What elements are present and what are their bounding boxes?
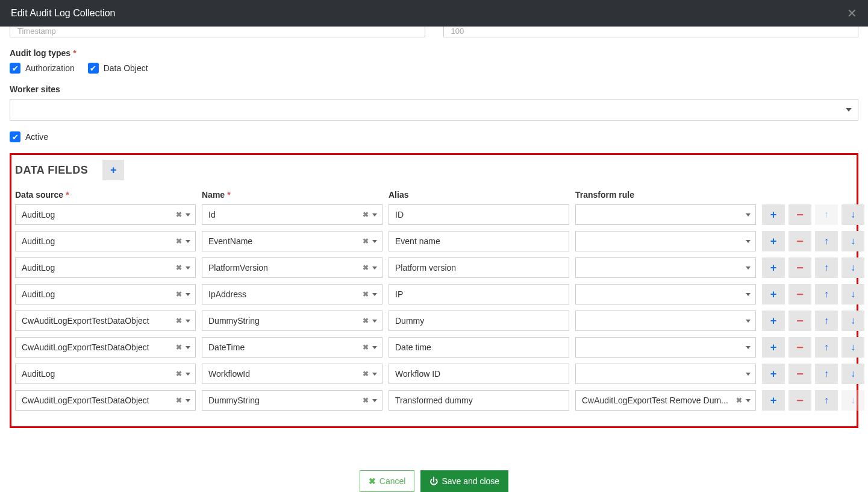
add-row-button[interactable]: + [762,337,785,358]
clear-icon[interactable]: ✖ [176,237,182,245]
move-down-button[interactable]: ↓ [841,257,864,278]
data-object-checkbox[interactable]: Data Object [88,63,148,74]
transform-select[interactable] [575,364,756,384]
name-select[interactable]: PlatformVersion✖ [202,257,382,278]
clear-icon[interactable]: ✖ [176,263,182,272]
alias-input[interactable]: Date time [389,337,569,358]
clear-icon[interactable]: ✖ [176,343,182,352]
add-row-button[interactable]: + [762,284,785,304]
clear-icon[interactable]: ✖ [363,343,369,352]
remove-row-button[interactable]: − [788,284,811,304]
add-row-button[interactable]: + [762,204,785,225]
move-up-button[interactable]: ↑ [815,284,838,304]
move-up-button[interactable]: ↑ [815,311,838,331]
data-source-select[interactable]: AuditLog✖ [15,204,196,225]
chevron-down-icon[interactable] [372,399,377,402]
transform-select[interactable] [575,284,756,304]
data-source-select[interactable]: AuditLog✖ [15,364,196,384]
transform-select[interactable]: CwAuditLogExportTest Remove Dum...✖ [575,390,756,411]
name-select[interactable]: DateTime✖ [202,337,382,358]
alias-input[interactable]: Dummy [389,311,569,331]
move-up-button[interactable]: ↑ [815,364,838,384]
chevron-down-icon[interactable] [186,213,190,216]
clear-icon[interactable]: ✖ [363,290,369,298]
chevron-down-icon[interactable] [372,293,377,296]
alias-input[interactable]: Transformed dummy [389,390,569,411]
name-select[interactable]: Id✖ [202,204,382,225]
move-up-button[interactable]: ↑ [815,257,838,278]
chevron-down-icon[interactable] [186,373,190,376]
move-down-button[interactable]: ↓ [841,231,864,251]
data-source-select[interactable]: AuditLog✖ [15,257,196,278]
alias-input[interactable]: IP [389,284,569,304]
move-down-button[interactable]: ↓ [841,337,864,358]
chevron-down-icon[interactable] [746,266,751,270]
add-field-button[interactable]: + [102,160,124,180]
clear-icon[interactable]: ✖ [363,396,369,405]
clear-icon[interactable]: ✖ [176,290,182,298]
name-select[interactable]: EventName✖ [202,231,382,251]
close-icon[interactable]: ✕ [847,7,857,19]
chevron-down-icon[interactable] [186,266,190,270]
clear-icon[interactable]: ✖ [736,396,742,405]
remove-row-button[interactable]: − [788,390,811,411]
alias-input[interactable]: Platform version [389,257,569,278]
chevron-down-icon[interactable] [186,240,190,243]
chevron-down-icon[interactable] [746,373,751,376]
name-select[interactable]: DummyString✖ [202,390,382,411]
chevron-down-icon[interactable] [186,346,190,349]
clear-icon[interactable]: ✖ [363,263,369,272]
chevron-down-icon[interactable] [746,293,751,296]
name-select[interactable]: DummyString✖ [202,311,382,331]
clear-icon[interactable]: ✖ [363,210,369,219]
timestamp-field-cut[interactable]: Timestamp [10,27,425,37]
remove-row-button[interactable]: − [788,257,811,278]
add-row-button[interactable]: + [762,311,785,331]
chevron-down-icon[interactable] [372,266,377,270]
chevron-down-icon[interactable] [746,240,751,243]
transform-select[interactable] [575,337,756,358]
remove-row-button[interactable]: − [788,204,811,225]
alias-input[interactable]: Workflow ID [389,364,569,384]
chevron-down-icon[interactable] [186,399,190,402]
chevron-down-icon[interactable] [746,320,751,323]
remove-row-button[interactable]: − [788,311,811,331]
transform-select[interactable] [575,257,756,278]
remove-row-button[interactable]: − [788,231,811,251]
alias-input[interactable]: ID [389,204,569,225]
remove-row-button[interactable]: − [788,364,811,384]
alias-input[interactable]: Event name [389,231,569,251]
move-down-button[interactable]: ↓ [841,311,864,331]
chevron-down-icon[interactable] [186,293,190,296]
transform-select[interactable] [575,231,756,251]
data-source-select[interactable]: CwAuditLogExportTestDataObject✖ [15,337,196,358]
transform-select[interactable] [575,311,756,331]
chevron-down-icon[interactable] [372,346,377,349]
active-checkbox[interactable]: Active [10,131,48,142]
name-select[interactable]: IpAddress✖ [202,284,382,304]
clear-icon[interactable]: ✖ [363,370,369,378]
add-row-button[interactable]: + [762,257,785,278]
data-source-select[interactable]: AuditLog✖ [15,231,196,251]
move-down-button[interactable]: ↓ [841,364,864,384]
move-up-button[interactable]: ↑ [815,390,838,411]
chevron-down-icon[interactable] [186,320,190,323]
clear-icon[interactable]: ✖ [176,396,182,405]
data-source-select[interactable]: CwAuditLogExportTestDataObject✖ [15,311,196,331]
clear-icon[interactable]: ✖ [363,237,369,245]
clear-icon[interactable]: ✖ [176,210,182,219]
add-row-button[interactable]: + [762,231,785,251]
chevron-down-icon[interactable] [746,346,751,349]
move-up-button[interactable]: ↑ [815,337,838,358]
chevron-down-icon[interactable] [372,213,377,216]
clear-icon[interactable]: ✖ [363,317,369,325]
save-button[interactable]: Save and close [420,470,508,492]
chevron-down-icon[interactable] [746,213,751,216]
data-source-select[interactable]: AuditLog✖ [15,284,196,304]
add-row-button[interactable]: + [762,390,785,411]
clear-icon[interactable]: ✖ [176,370,182,378]
add-row-button[interactable]: + [762,364,785,384]
name-select[interactable]: WorkflowId✖ [202,364,382,384]
transform-select[interactable] [575,204,756,225]
move-up-button[interactable]: ↑ [815,231,838,251]
